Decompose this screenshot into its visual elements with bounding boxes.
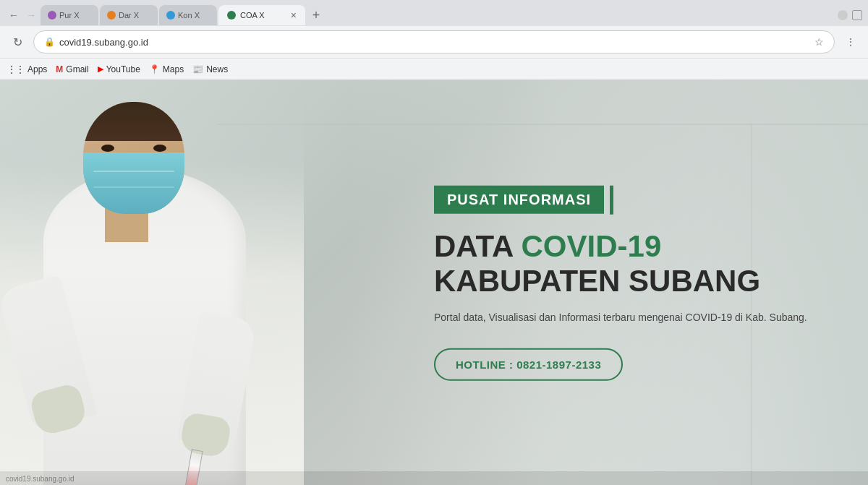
doctor-head (83, 102, 184, 214)
maximize-button[interactable] (852, 10, 862, 20)
address-bar[interactable]: 🔒 covid19.subang.go.id ☆ (33, 30, 835, 53)
tab-favicon (48, 11, 56, 20)
doctor-figure (0, 80, 304, 485)
nav-actions: ⋮ (841, 32, 861, 52)
title-data-prefix: DATA (434, 228, 522, 262)
new-tab-button[interactable]: + (307, 6, 326, 25)
minimize-button[interactable] (838, 10, 848, 20)
tab-favicon-dar (107, 11, 116, 20)
doctor-mask (83, 153, 184, 214)
tab-coa[interactable]: COA X × (218, 5, 305, 25)
apps-label: Apps (27, 64, 47, 74)
page-subtitle: Portal data, Visualisasi dan Informasi t… (434, 310, 810, 325)
tab-kon[interactable]: Kon X (159, 5, 217, 25)
bookmarks-bar: ⋮⋮ Apps M Gmail ▶ YouTube 📍 Maps 📰 News (0, 58, 868, 80)
gmail-label: Gmail (66, 64, 88, 74)
tab-bar: ← → Pur X Dar X Kon X COA X × + (0, 0, 868, 26)
tab-pur-label: Pur X (59, 11, 91, 20)
gmail-icon: M (56, 64, 63, 74)
apps-icon: ⋮⋮ (7, 64, 25, 74)
ceiling-line (217, 124, 868, 125)
mask-fold-1 (93, 171, 174, 172)
window-controls (838, 10, 862, 20)
hotline-button[interactable]: HOTLINE : 0821-1897-2133 (434, 348, 623, 381)
bookmark-apps[interactable]: ⋮⋮ Apps (7, 64, 47, 74)
title-suffix: KABUPATEN SUBANG (434, 264, 760, 298)
pusat-informasi-label: PUSAT INFORMASI (434, 186, 604, 214)
news-label: News (206, 64, 228, 74)
back-button[interactable]: ← (6, 7, 22, 23)
youtube-icon: ▶ (98, 64, 103, 74)
lock-icon: 🔒 (44, 37, 55, 47)
nav-bar: ↻ 🔒 covid19.subang.go.id ☆ ⋮ (0, 26, 868, 58)
tab-pur[interactable]: Pur X (41, 5, 98, 25)
bookmark-gmail[interactable]: M Gmail (56, 64, 88, 74)
extensions-button[interactable]: ⋮ (841, 32, 861, 52)
bookmark-maps[interactable]: 📍 Maps (149, 64, 184, 74)
status-bar: covid19.subang.go.id (0, 471, 868, 485)
doctor-right-eye (153, 145, 166, 152)
url-text: covid19.subang.go.id (59, 37, 810, 48)
bookmark-youtube[interactable]: ▶ YouTube (98, 64, 140, 74)
webpage: PUSAT INFORMASI DATA COVID-19 KABUPATEN … (0, 80, 868, 485)
tab-dar[interactable]: Dar X (100, 5, 158, 25)
forward-button[interactable]: → (23, 7, 39, 23)
status-url: covid19.subang.go.id (6, 475, 75, 483)
maps-label: Maps (163, 64, 184, 74)
tab-close-icon[interactable]: × (291, 10, 297, 20)
tab-kon-label: Kon X (178, 11, 210, 20)
pusat-stripe-decoration (610, 185, 613, 214)
bookmark-news[interactable]: 📰 News (192, 64, 228, 74)
pusat-badge: PUSAT INFORMASI (434, 185, 613, 214)
doctor-hair (83, 102, 184, 141)
content-area: PUSAT INFORMASI DATA COVID-19 KABUPATEN … (434, 185, 810, 381)
tab-favicon-kon (166, 11, 175, 20)
tab-coa-label: COA X (240, 11, 286, 20)
reload-button[interactable]: ↻ (7, 32, 27, 52)
main-title: DATA COVID-19 KABUPATEN SUBANG (434, 228, 810, 299)
tab-favicon-coa (227, 11, 236, 20)
browser-chrome: ← → Pur X Dar X Kon X COA X × + ↻ 🔒 (0, 0, 868, 80)
maps-icon: 📍 (149, 64, 160, 74)
news-icon: 📰 (192, 64, 203, 74)
bookmark-star-icon[interactable]: ☆ (814, 36, 824, 48)
youtube-label: YouTube (106, 64, 140, 74)
title-covid: COVID-19 (522, 228, 662, 262)
tab-dar-label: Dar X (119, 11, 150, 20)
mask-fold-2 (93, 186, 174, 188)
doctor-left-eye (101, 145, 114, 152)
